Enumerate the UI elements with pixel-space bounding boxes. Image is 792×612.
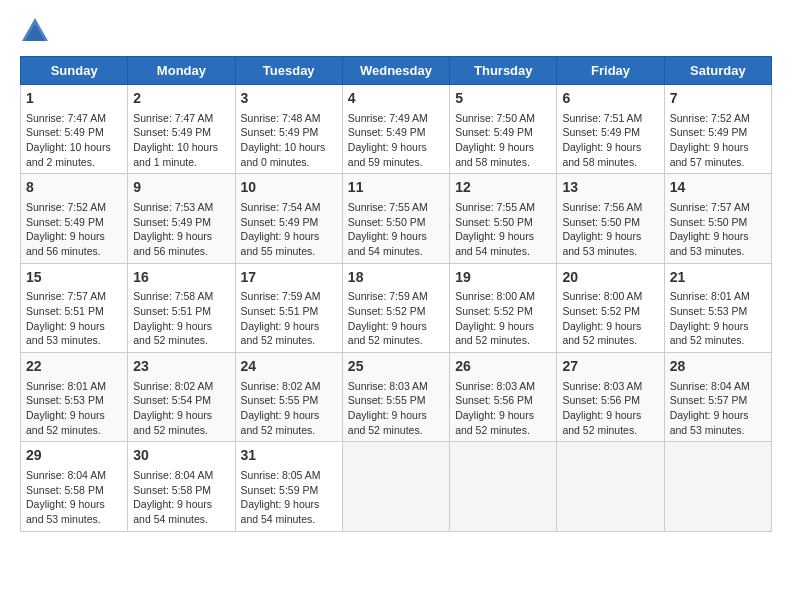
day-number: 24 [241,357,337,377]
day-number: 22 [26,357,122,377]
day-number: 15 [26,268,122,288]
col-header-wednesday: Wednesday [342,57,449,85]
day-number: 27 [562,357,658,377]
sunset: Sunset: 5:56 PM [455,394,533,406]
calendar-cell: 13Sunrise: 7:56 AMSunset: 5:50 PMDayligh… [557,174,664,263]
sunset: Sunset: 5:55 PM [348,394,426,406]
sunrise: Sunrise: 8:03 AM [455,380,535,392]
day-number: 12 [455,178,551,198]
sunset: Sunset: 5:51 PM [133,305,211,317]
calendar-cell: 31Sunrise: 8:05 AMSunset: 5:59 PMDayligh… [235,442,342,531]
sunrise: Sunrise: 8:00 AM [562,290,642,302]
calendar-cell [342,442,449,531]
calendar-cell: 21Sunrise: 8:01 AMSunset: 5:53 PMDayligh… [664,263,771,352]
sunrise: Sunrise: 7:50 AM [455,112,535,124]
sunrise: Sunrise: 8:01 AM [670,290,750,302]
calendar-cell: 9Sunrise: 7:53 AMSunset: 5:49 PMDaylight… [128,174,235,263]
sunset: Sunset: 5:49 PM [562,126,640,138]
sunrise: Sunrise: 7:52 AM [670,112,750,124]
sunrise: Sunrise: 8:04 AM [26,469,106,481]
header-row: SundayMondayTuesdayWednesdayThursdayFrid… [21,57,772,85]
sunrise: Sunrise: 7:58 AM [133,290,213,302]
sunrise: Sunrise: 7:57 AM [670,201,750,213]
daylight: Daylight: 9 hours and 52 minutes. [348,409,427,436]
sunrise: Sunrise: 8:01 AM [26,380,106,392]
calendar-cell: 7Sunrise: 7:52 AMSunset: 5:49 PMDaylight… [664,85,771,174]
day-number: 30 [133,446,229,466]
calendar-cell: 1Sunrise: 7:47 AMSunset: 5:49 PMDaylight… [21,85,128,174]
day-number: 5 [455,89,551,109]
sunrise: Sunrise: 7:47 AM [133,112,213,124]
sunset: Sunset: 5:49 PM [26,216,104,228]
col-header-saturday: Saturday [664,57,771,85]
day-number: 23 [133,357,229,377]
daylight: Daylight: 9 hours and 52 minutes. [455,409,534,436]
daylight: Daylight: 9 hours and 53 minutes. [26,320,105,347]
sunrise: Sunrise: 8:00 AM [455,290,535,302]
calendar-cell: 17Sunrise: 7:59 AMSunset: 5:51 PMDayligh… [235,263,342,352]
daylight: Daylight: 9 hours and 52 minutes. [133,320,212,347]
sunset: Sunset: 5:53 PM [26,394,104,406]
week-row-4: 22Sunrise: 8:01 AMSunset: 5:53 PMDayligh… [21,353,772,442]
sunset: Sunset: 5:55 PM [241,394,319,406]
sunrise: Sunrise: 7:59 AM [241,290,321,302]
day-number: 31 [241,446,337,466]
sunrise: Sunrise: 7:52 AM [26,201,106,213]
day-number: 17 [241,268,337,288]
calendar-cell: 23Sunrise: 8:02 AMSunset: 5:54 PMDayligh… [128,353,235,442]
sunset: Sunset: 5:54 PM [133,394,211,406]
sunrise: Sunrise: 7:59 AM [348,290,428,302]
sunset: Sunset: 5:58 PM [133,484,211,496]
sunrise: Sunrise: 8:05 AM [241,469,321,481]
sunrise: Sunrise: 7:53 AM [133,201,213,213]
sunset: Sunset: 5:49 PM [241,216,319,228]
sunset: Sunset: 5:50 PM [562,216,640,228]
calendar-cell: 30Sunrise: 8:04 AMSunset: 5:58 PMDayligh… [128,442,235,531]
daylight: Daylight: 9 hours and 54 minutes. [241,498,320,525]
daylight: Daylight: 10 hours and 1 minute. [133,141,218,168]
daylight: Daylight: 9 hours and 55 minutes. [241,230,320,257]
sunrise: Sunrise: 8:03 AM [562,380,642,392]
col-header-sunday: Sunday [21,57,128,85]
calendar-cell: 24Sunrise: 8:02 AMSunset: 5:55 PMDayligh… [235,353,342,442]
daylight: Daylight: 9 hours and 52 minutes. [241,409,320,436]
daylight: Daylight: 9 hours and 53 minutes. [26,498,105,525]
calendar-cell [450,442,557,531]
sunset: Sunset: 5:52 PM [348,305,426,317]
calendar-cell: 6Sunrise: 7:51 AMSunset: 5:49 PMDaylight… [557,85,664,174]
day-number: 16 [133,268,229,288]
sunrise: Sunrise: 8:02 AM [241,380,321,392]
calendar-cell: 22Sunrise: 8:01 AMSunset: 5:53 PMDayligh… [21,353,128,442]
calendar-cell: 3Sunrise: 7:48 AMSunset: 5:49 PMDaylight… [235,85,342,174]
calendar-cell [664,442,771,531]
calendar-cell: 14Sunrise: 7:57 AMSunset: 5:50 PMDayligh… [664,174,771,263]
day-number: 28 [670,357,766,377]
logo [20,16,54,46]
day-number: 26 [455,357,551,377]
col-header-tuesday: Tuesday [235,57,342,85]
sunrise: Sunrise: 7:51 AM [562,112,642,124]
calendar-cell: 28Sunrise: 8:04 AMSunset: 5:57 PMDayligh… [664,353,771,442]
daylight: Daylight: 9 hours and 53 minutes. [670,230,749,257]
sunset: Sunset: 5:58 PM [26,484,104,496]
sunset: Sunset: 5:50 PM [670,216,748,228]
day-number: 7 [670,89,766,109]
page: SundayMondayTuesdayWednesdayThursdayFrid… [0,0,792,542]
calendar-cell: 2Sunrise: 7:47 AMSunset: 5:49 PMDaylight… [128,85,235,174]
sunset: Sunset: 5:52 PM [562,305,640,317]
sunset: Sunset: 5:50 PM [455,216,533,228]
daylight: Daylight: 9 hours and 54 minutes. [133,498,212,525]
daylight: Daylight: 9 hours and 52 minutes. [241,320,320,347]
sunset: Sunset: 5:53 PM [670,305,748,317]
sunrise: Sunrise: 7:55 AM [455,201,535,213]
calendar-cell: 26Sunrise: 8:03 AMSunset: 5:56 PMDayligh… [450,353,557,442]
sunset: Sunset: 5:51 PM [241,305,319,317]
day-number: 10 [241,178,337,198]
day-number: 4 [348,89,444,109]
col-header-friday: Friday [557,57,664,85]
sunset: Sunset: 5:50 PM [348,216,426,228]
calendar-cell: 5Sunrise: 7:50 AMSunset: 5:49 PMDaylight… [450,85,557,174]
daylight: Daylight: 9 hours and 58 minutes. [562,141,641,168]
day-number: 11 [348,178,444,198]
day-number: 2 [133,89,229,109]
